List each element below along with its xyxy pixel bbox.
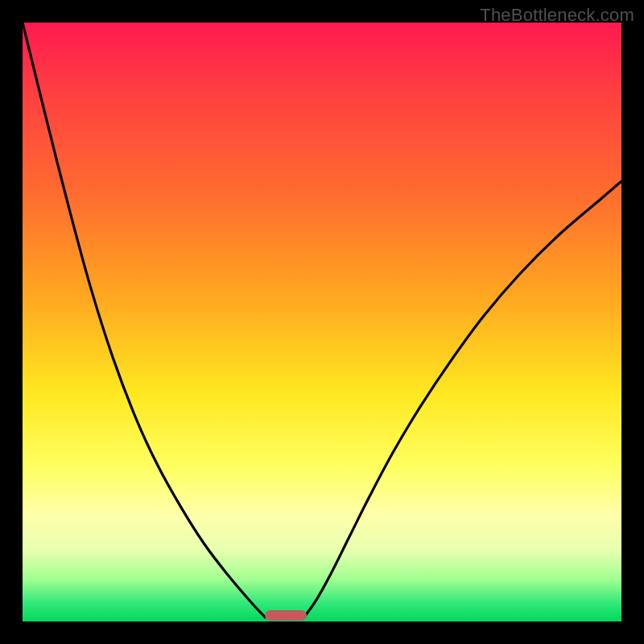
bottleneck-curve	[23, 23, 621, 621]
chart-frame: TheBottleneck.com	[0, 0, 644, 644]
optimum-marker	[265, 610, 307, 621]
plot-area	[23, 23, 621, 621]
